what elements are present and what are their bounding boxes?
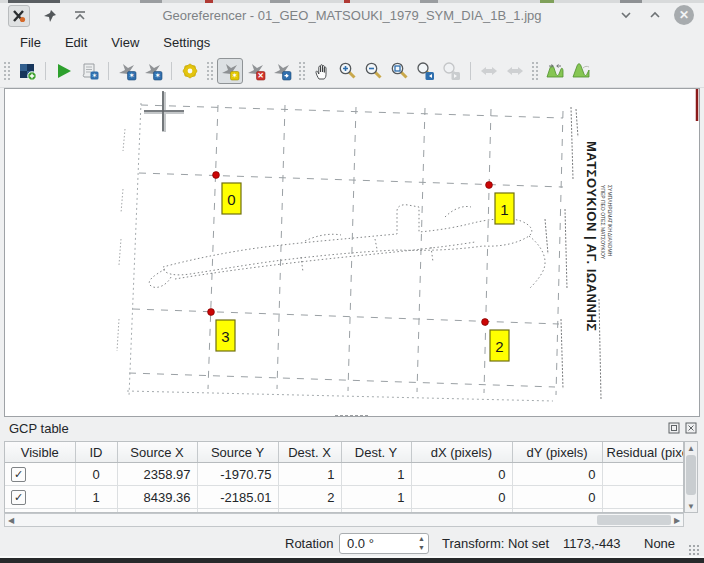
scroll-down-icon[interactable]: ▼: [685, 500, 697, 512]
cell-source-y[interactable]: -1970.75: [197, 463, 278, 486]
link-georef-icon: [479, 61, 499, 81]
menu-settings[interactable]: Settings: [153, 32, 220, 53]
open-raster-icon: [17, 61, 37, 81]
rotation-label: Rotation: [285, 536, 333, 551]
resize-grip[interactable]: [688, 544, 700, 556]
pan-hand-icon: [312, 61, 332, 81]
cell-dx[interactable]: 0: [411, 463, 512, 486]
add-point-icon: ✶: [220, 61, 240, 81]
toolbar-handle[interactable]: [531, 61, 539, 81]
save-gcp-icon: ✶: [143, 61, 163, 81]
crosshair-cursor: [144, 91, 184, 132]
spin-down-icon[interactable]: ▼: [418, 544, 425, 552]
zoom-next-icon: [442, 61, 462, 81]
transformation-settings-button[interactable]: [177, 58, 203, 84]
menu-bar: File Edit View Settings: [0, 30, 704, 54]
table-vertical-scrollbar[interactable]: ▲ ▼: [684, 441, 698, 513]
pan-button[interactable]: [309, 58, 335, 84]
scroll-up-icon[interactable]: ▲: [685, 442, 697, 454]
gcp-table: Visible ID Source X Source Y Dest. X Des…: [4, 441, 684, 513]
generate-gdal-script-button[interactable]: ✶: [77, 58, 103, 84]
zoom-to-layer-button[interactable]: [387, 58, 413, 84]
zoom-last-button[interactable]: [413, 58, 439, 84]
cell-source-y[interactable]: -2185.01: [197, 486, 278, 509]
cell-dest-y[interactable]: 1: [341, 463, 411, 486]
cell-id[interactable]: 0: [75, 463, 117, 486]
cell-dx[interactable]: 0: [411, 486, 512, 509]
cell-id[interactable]: 1: [75, 486, 117, 509]
crs-indicator: None: [644, 536, 675, 551]
map-canvas[interactable]: ΜΑΤΣΟΥΚΙΟΝ | ΑΓ. ΙΩΑΝΝΗΣ ΥΠΕΡ ΠΕΟ ΟΤΕΣ Μ…: [4, 88, 700, 417]
title-bar: Georeferencer - 01_GEO_MATSOUKI_1979_SYM…: [0, 3, 704, 30]
zoom-next-button[interactable]: [439, 58, 465, 84]
zoom-in-button[interactable]: [335, 58, 361, 84]
cell-dest-x[interactable]: 1: [278, 463, 341, 486]
close-window-icon[interactable]: ✕: [674, 5, 694, 25]
start-georeferencing-button[interactable]: [51, 58, 77, 84]
menu-view[interactable]: View: [101, 32, 149, 53]
cell-source-x[interactable]: 2358.97: [117, 463, 197, 486]
cell-residual[interactable]: [602, 486, 684, 509]
move-gcp-point-button[interactable]: [269, 58, 295, 84]
move-point-icon: [272, 61, 292, 81]
rotation-spinbox[interactable]: 0.0 ° ▲ ▼: [339, 533, 429, 554]
histogram-stretch-local-button[interactable]: [542, 58, 568, 84]
gear-icon: [180, 61, 200, 81]
load-gcp-points-button[interactable]: ✶: [114, 58, 140, 84]
visible-checkbox[interactable]: ✓: [11, 467, 26, 482]
histogram-full-icon: [571, 61, 591, 81]
load-gcp-icon: ✶: [117, 61, 137, 81]
cell-dest-y[interactable]: 1: [341, 486, 411, 509]
cell-residual[interactable]: [602, 463, 684, 486]
close-panel-icon[interactable]: [684, 421, 698, 435]
svg-text:✶: ✶: [155, 71, 161, 80]
add-point-button[interactable]: ✶: [217, 58, 243, 84]
menu-file[interactable]: File: [10, 32, 51, 53]
cell-source-x[interactable]: 8439.36: [117, 486, 197, 509]
zoom-out-button[interactable]: [361, 58, 387, 84]
svg-text:✶: ✶: [232, 71, 238, 80]
vscroll-thumb[interactable]: [686, 455, 696, 495]
cell-dy[interactable]: 0: [512, 463, 602, 486]
scroll-left-icon[interactable]: ◀: [5, 514, 17, 526]
scroll-right-icon[interactable]: ▶: [671, 514, 683, 526]
spin-up-icon[interactable]: ▲: [418, 535, 425, 543]
map-annotation-2: ΣΥΜΠΛΗΡΩΜΑΤΙΚΗ ΔΙΑΝΟΜΗ: [607, 185, 613, 257]
float-panel-icon[interactable]: [667, 421, 681, 435]
cell-dy[interactable]: 0: [512, 486, 602, 509]
open-raster-button[interactable]: [14, 58, 40, 84]
status-bar: Rotation 0.0 ° ▲ ▼ Transform: Not set 11…: [0, 530, 704, 557]
transform-status: Transform: Not set: [442, 536, 549, 551]
gcp-marker-0[interactable]: 0: [213, 172, 241, 214]
histogram-stretch-full-button[interactable]: [568, 58, 594, 84]
gcp-panel-titlebar: GCP table: [0, 418, 704, 440]
georeferencer-window: Georeferencer - 01_GEO_MATSOUKI_1979_SYM…: [0, 0, 704, 563]
cell-dest-x[interactable]: 2: [278, 486, 341, 509]
visible-checkbox[interactable]: ✓: [11, 490, 26, 505]
gcp-marker-1[interactable]: 1: [486, 182, 514, 224]
toolbar-handle[interactable]: [3, 61, 11, 81]
link-georeferencer-to-qgis-button[interactable]: [476, 58, 502, 84]
col-source-x: Source X: [117, 442, 197, 463]
table-row: ✓ 1 8439.36 -2185.01 2 1 0 0: [5, 486, 684, 509]
toolbar-handle[interactable]: [206, 61, 214, 81]
table-horizontal-scrollbar[interactable]: ◀ ▶: [4, 513, 684, 527]
window-title: Georeferencer - 01_GEO_MATSOUKI_1979_SYM…: [0, 8, 704, 23]
link-qgis-to-georeferencer-button[interactable]: [502, 58, 528, 84]
delete-point-button[interactable]: ✕: [243, 58, 269, 84]
gcp-marker-3[interactable]: 3: [208, 309, 235, 351]
minimize-icon[interactable]: [616, 5, 636, 25]
zoom-in-icon: [338, 61, 358, 81]
cursor-coordinates: 1173,-443: [563, 536, 621, 551]
gcp-label-1: 1: [500, 201, 508, 218]
menu-edit[interactable]: Edit: [55, 32, 97, 53]
map-linework: [149, 205, 545, 289]
col-dy: dY (pixels): [512, 442, 602, 463]
svg-text:✶: ✶: [92, 71, 98, 78]
save-gcp-points-button[interactable]: ✶: [140, 58, 166, 84]
window-bottom-edge: [0, 558, 704, 563]
toolbar: ✶ ✶ ✶: [0, 54, 704, 88]
toolbar-handle[interactable]: [298, 61, 306, 81]
hscroll-thumb[interactable]: [597, 515, 671, 525]
maximize-icon[interactable]: [645, 5, 665, 25]
